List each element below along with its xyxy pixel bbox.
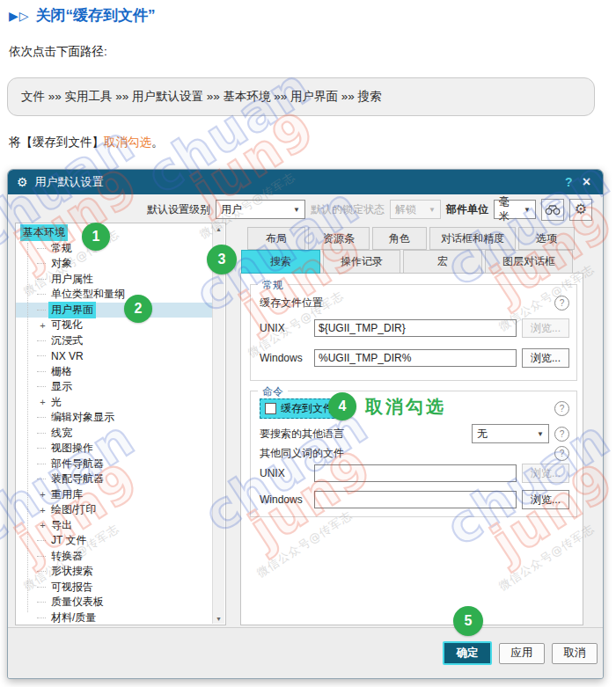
question-circle-icon[interactable]: ? <box>554 401 569 416</box>
expander-icon[interactable]: + <box>37 320 48 331</box>
cancel-button[interactable]: 取消 <box>552 643 598 664</box>
categories-tree[interactable]: 基本环境常规对象用户属性单位类型和量纲用户界面+可视化沉浸式NX VR栅格显示+… <box>15 223 226 625</box>
cache-to-file-checkbox-group[interactable]: 缓存到文件 <box>260 398 339 419</box>
cache-to-file-checkbox[interactable] <box>265 403 276 414</box>
tree-item-19[interactable]: +导出 <box>16 518 213 534</box>
tree-item-6[interactable]: +可视化 <box>16 318 213 333</box>
tree-connector <box>37 602 46 603</box>
user-defaults-dialog: ⚙ 用户默认设置 ? × 默认设置级别 用户 ▼ 默认的锁定状态 解锁 ▼ 部件… <box>7 169 604 679</box>
tab2-0[interactable]: 搜索 <box>241 250 320 274</box>
tree-item-0[interactable]: 基本环境 <box>16 225 213 241</box>
tree-item-label: 显示 <box>48 378 75 395</box>
page-title-text: 关闭“缓存到文件” <box>36 5 156 26</box>
windows-browse-button[interactable]: 浏览... <box>522 348 569 368</box>
tab-3[interactable]: 对话框和精度 <box>429 227 516 250</box>
lock-state-label: 默认的锁定状态 <box>311 202 385 217</box>
tree-item-22[interactable]: 形状搜索 <box>16 564 213 580</box>
tab-1[interactable]: 资源条 <box>308 227 370 250</box>
tree-item-10[interactable]: 显示 <box>16 379 213 395</box>
tree-item-8[interactable]: NX VR <box>16 348 213 364</box>
chevron-down-icon: ▼ <box>288 206 300 214</box>
tree-item-7[interactable]: 沉浸式 <box>16 333 213 349</box>
dialog-help-button[interactable]: ? <box>559 175 579 189</box>
windows-synonyms-input[interactable] <box>314 491 517 508</box>
question-circle-icon[interactable]: ? <box>554 446 569 461</box>
tree-item-23[interactable]: 可视报告 <box>16 580 213 596</box>
language-select[interactable]: 无 ▼ <box>472 424 549 443</box>
unix-synonyms-input[interactable] <box>314 464 517 482</box>
tree-item-4[interactable]: 单位类型和量纲 <box>16 287 213 303</box>
tree-item-11[interactable]: +光 <box>16 395 213 411</box>
tree-item-14[interactable]: 视图操作 <box>16 441 213 457</box>
tree-item-label: 材料/质量 <box>48 610 99 625</box>
tree-item-label: 重用库 <box>48 486 85 503</box>
synonyms-label: 其他同义词的文件 <box>260 446 344 461</box>
find-default-button[interactable] <box>541 199 564 221</box>
tree-item-label: 用户界面 <box>48 302 96 318</box>
tree-item-18[interactable]: +绘图/打印 <box>16 502 213 518</box>
manage-settings-button[interactable]: ⚙ <box>569 199 592 221</box>
tree-item-label: 质量仪表板 <box>48 594 106 610</box>
tree-item-16[interactable]: 装配导航器 <box>16 471 213 487</box>
step-badge-4: 4 <box>328 392 356 420</box>
tab2-3[interactable]: 图层对话框 <box>485 250 573 274</box>
tree-item-25[interactable]: 材料/质量 <box>16 610 213 626</box>
tree-item-3[interactable]: 用户属性 <box>16 272 213 288</box>
tree-item-24[interactable]: 质量仪表板 <box>16 595 213 610</box>
close-icon[interactable]: × <box>579 174 594 190</box>
dialog-titlebar[interactable]: ⚙ 用户默认设置 ? × <box>8 170 603 194</box>
tab-2[interactable]: 角色 <box>372 227 427 250</box>
tab-0[interactable]: 布局 <box>247 227 305 250</box>
expander-icon[interactable]: + <box>37 489 48 500</box>
search-tab-panel: 常规 缓存文件位置 ? UNIX 浏览... Windows 浏览... 命令 <box>240 273 583 625</box>
tree-item-label: 光 <box>48 394 64 411</box>
tree-item-12[interactable]: 编辑对象显示 <box>16 410 213 426</box>
expander-icon[interactable]: + <box>37 505 48 515</box>
synonyms-row: 其他同义词的文件 ? <box>260 446 569 461</box>
defaults-level-label: 默认设置级别 <box>147 202 210 217</box>
windows-label: Windows <box>260 493 309 506</box>
tree-connector <box>37 386 46 387</box>
language-label: 要搜索的其他语言 <box>260 427 344 442</box>
ok-button[interactable]: 确定 <box>443 641 492 665</box>
unix-cache-row: UNIX 浏览... <box>260 318 569 338</box>
apply-button[interactable]: 应用 <box>499 643 545 664</box>
menu-path-text: 文件 »» 实用工具 »» 用户默认设置 »» 基本环境 »» 用户界面 »» … <box>21 89 382 105</box>
tree-item-15[interactable]: 部件导航器 <box>16 457 213 472</box>
tree-item-label: 可视化 <box>48 317 85 333</box>
intro-text: 依次点击下面路径: <box>9 44 107 60</box>
tree-item-13[interactable]: 线宽 <box>16 426 213 442</box>
tree-item-20[interactable]: JT 文件 <box>16 533 213 549</box>
tree-item-17[interactable]: +重用库 <box>16 487 213 503</box>
dialog-footer: 确定 应用 取消 <box>8 627 603 678</box>
unix-cache-input[interactable] <box>314 319 517 337</box>
tree-item-1[interactable]: 常规 <box>16 241 213 257</box>
defaults-level-select[interactable]: 用户 ▼ <box>216 200 305 219</box>
tab2-2[interactable]: 宏 <box>403 250 482 274</box>
question-circle-icon[interactable]: ? <box>554 296 569 311</box>
unix-label: UNIX <box>260 322 309 334</box>
question-circle-icon[interactable]: ? <box>554 427 569 442</box>
cache-location-label: 缓存文件位置 <box>260 296 323 311</box>
tabs-row-2: 搜索操作记录宏图层对话框 <box>241 250 573 274</box>
tree-item-label: 基本环境 <box>20 224 68 241</box>
chevron-down-icon: ▼ <box>532 430 544 438</box>
scroll-up-icon[interactable]: ▲ <box>216 224 222 234</box>
tree-scrollbar[interactable]: ▲ ▼ <box>212 224 224 624</box>
tree-item-9[interactable]: 栅格 <box>16 364 213 380</box>
tree-item-label: 栅格 <box>48 363 75 380</box>
scroll-down-icon[interactable]: ▼ <box>216 614 222 624</box>
windows-cache-input[interactable] <box>314 349 517 367</box>
tree-item-2[interactable]: 对象 <box>16 256 213 272</box>
expander-icon[interactable]: + <box>37 520 48 530</box>
tree-item-21[interactable]: 转换器 <box>16 549 213 565</box>
part-units-select[interactable]: 毫米 ▼ <box>494 200 536 219</box>
tree-connector <box>37 355 46 356</box>
settings-gear-icon: ⚙ <box>575 202 587 216</box>
expander-icon[interactable]: + <box>37 397 48 407</box>
tab2-1[interactable]: 操作记录 <box>323 250 400 274</box>
tab-4[interactable]: 选项 <box>518 227 575 250</box>
tree-connector <box>37 479 46 479</box>
tree-item-5[interactable]: 用户界面 <box>16 303 213 318</box>
windows-synonyms-browse-button[interactable]: 浏览... <box>522 490 569 509</box>
